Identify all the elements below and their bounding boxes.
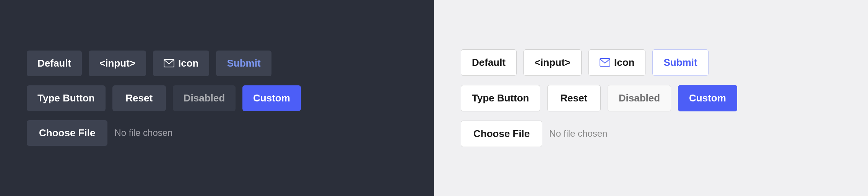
light-input-button[interactable]: <input>	[523, 49, 582, 76]
dark-input-button[interactable]: <input>	[89, 51, 146, 76]
light-custom-button[interactable]: Custom	[678, 85, 737, 111]
light-row-2: Type Button Reset Disabled Custom	[461, 85, 737, 111]
dark-row-1: Default <input> Icon Submit	[27, 51, 271, 76]
dark-row-2: Type Button Reset Disabled Custom	[27, 85, 301, 111]
light-reset-button[interactable]: Reset	[547, 85, 601, 111]
dark-file-status: No file chosen	[114, 127, 172, 138]
light-panel: Default <input> Icon Submit Type Button …	[434, 0, 868, 196]
light-disabled-button: Disabled	[608, 85, 671, 111]
dark-choose-file-button[interactable]: Choose File	[27, 120, 107, 146]
dark-reset-button[interactable]: Reset	[112, 85, 166, 111]
light-file-row: Choose File No file chosen	[461, 121, 607, 147]
dark-default-button[interactable]: Default	[27, 51, 82, 76]
mail-icon-light	[600, 58, 610, 67]
light-choose-file-button[interactable]: Choose File	[461, 121, 542, 147]
dark-icon-button[interactable]: Icon	[153, 51, 209, 76]
dark-panel: Default <input> Icon Submit Type Button …	[0, 0, 434, 196]
light-icon-button-label: Icon	[614, 57, 634, 69]
mail-icon	[164, 59, 174, 67]
dark-submit-button[interactable]: Submit	[216, 51, 271, 76]
light-default-button[interactable]: Default	[461, 49, 517, 76]
light-row-1: Default <input> Icon Submit	[461, 49, 709, 76]
dark-icon-button-label: Icon	[178, 57, 198, 69]
dark-type-button[interactable]: Type Button	[27, 85, 106, 111]
dark-custom-button[interactable]: Custom	[242, 85, 301, 111]
dark-disabled-button: Disabled	[173, 85, 236, 111]
light-submit-button[interactable]: Submit	[652, 49, 708, 76]
light-icon-button[interactable]: Icon	[588, 49, 645, 76]
light-type-button[interactable]: Type Button	[461, 85, 540, 111]
dark-file-row: Choose File No file chosen	[27, 120, 172, 146]
light-file-status: No file chosen	[549, 128, 607, 139]
